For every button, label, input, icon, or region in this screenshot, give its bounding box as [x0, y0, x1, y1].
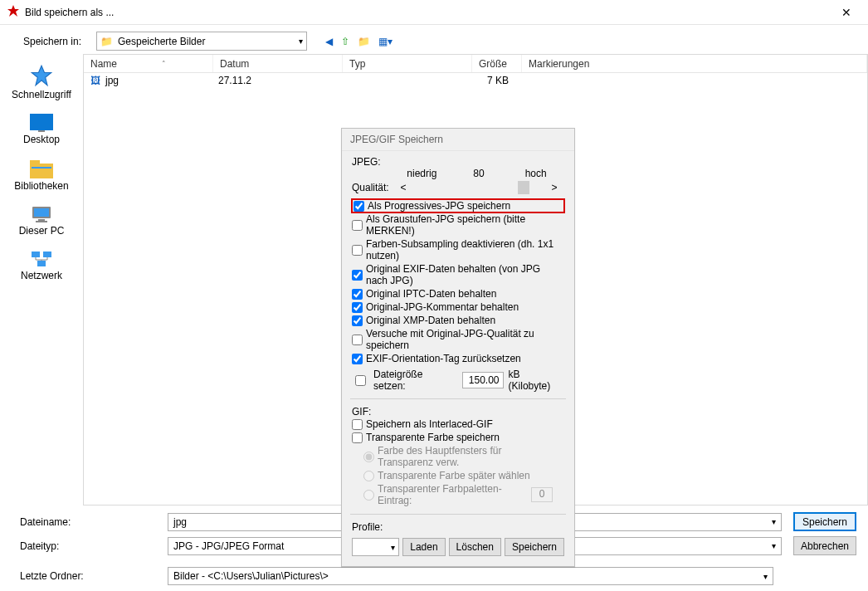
window-title: Bild speichern als ...	[25, 7, 114, 18]
view-menu-icon[interactable]: ▦▾	[378, 36, 393, 47]
svg-rect-3	[30, 160, 40, 165]
opt-grayscale[interactable]: Als Graustufen-JPG speichern (bitte MERK…	[352, 212, 564, 237]
toolbar-icons: ◀ ⇧ 📁 ▦▾	[325, 36, 393, 47]
opt-origquality[interactable]: Versuche mit Original-JPG-Qualität zu sp…	[352, 327, 564, 352]
opt-gif-transparent[interactable]: Transparente Farbe speichern	[352, 431, 564, 444]
filesize-input[interactable]	[462, 372, 504, 388]
quality-increase-icon[interactable]: >	[544, 182, 564, 193]
filesize-label: Dateigröße setzen:	[373, 369, 457, 392]
svg-rect-0	[30, 114, 53, 130]
chevron-down-icon: ▾	[388, 543, 398, 552]
file-size: 7 KB	[487, 75, 537, 86]
radio-label: Transparenter Farbpaletten-Eintrag:	[378, 483, 523, 506]
opt-label: Original IPTC-Daten behalten	[366, 288, 496, 300]
checkbox[interactable]	[352, 245, 363, 256]
svg-rect-2	[30, 164, 53, 178]
svg-rect-11	[37, 261, 46, 266]
up-icon[interactable]: ⇧	[341, 36, 349, 47]
checkbox[interactable]	[352, 270, 363, 281]
opt-label: Transparente Farbe speichern	[366, 432, 500, 443]
column-name[interactable]: Name˄	[84, 55, 213, 72]
place-libraries[interactable]: Bibliotheken	[4, 154, 79, 197]
svg-rect-10	[43, 252, 51, 257]
checkbox[interactable]	[354, 201, 364, 212]
sort-asc-icon: ˄	[162, 60, 166, 68]
place-network[interactable]: Netzwerk	[4, 245, 79, 286]
filetype-label: Dateityp:	[20, 540, 85, 552]
lastfolder-combo[interactable]: Bilder - <C:\Users\Julian\Pictures\> ▾	[168, 567, 773, 585]
profile-load-button[interactable]: Laden	[402, 538, 445, 556]
profile-row: ▾ Laden Löschen Speichern	[352, 538, 564, 556]
opt-label: Farben-Subsampling deaktivieren (dh. 1x1…	[366, 238, 564, 261]
checkbox[interactable]	[352, 419, 363, 430]
desktop-icon	[30, 114, 53, 132]
opt-label: Original XMP-Daten behalten	[366, 315, 495, 326]
profile-combo[interactable]: ▾	[352, 538, 399, 556]
filename-value: jpg	[173, 516, 187, 528]
quality-low: niedrig	[393, 168, 451, 179]
radio-choose-later: Transparente Farbe später wählen	[352, 469, 564, 482]
gif-section-label: GIF:	[352, 406, 564, 418]
opt-comment[interactable]: Original-JPG-Kommentar behalten	[352, 300, 564, 314]
radio	[363, 452, 374, 462]
file-row[interactable]: 🖼 jpg 27.11.2 7 KB	[84, 73, 867, 88]
save-button[interactable]: Speichern	[793, 512, 856, 531]
place-thispc[interactable]: Dieser PC	[4, 200, 79, 242]
filetype-value: JPG - JPG/JPEG Format	[173, 540, 284, 552]
place-quickaccess[interactable]: Schnellzugriff	[4, 59, 79, 105]
popup-title: JPEG/GIF Speichern	[342, 129, 574, 151]
quality-decrease-icon[interactable]: <	[393, 182, 413, 193]
opt-progressive[interactable]: Als Progressives-JPG speichern	[352, 199, 564, 212]
checkbox[interactable]	[352, 220, 363, 231]
opt-xmp[interactable]: Original XMP-Daten behalten	[352, 314, 564, 327]
places-sidebar: Schnellzugriff Desktop Bibliotheken Dies…	[0, 54, 83, 506]
file-list[interactable]: Name˄ Datum Typ Größe Markierungen 🖼 jpg…	[83, 54, 868, 506]
column-size[interactable]: Größe	[472, 55, 522, 72]
jpeg-options: Als Progressives-JPG speichern Als Graus…	[352, 199, 564, 365]
libraries-icon	[30, 159, 53, 178]
back-icon[interactable]: ◀	[325, 36, 333, 47]
jpeg-options-popup: JPEG/GIF Speichern JPEG: niedrig 80 hoch…	[341, 128, 575, 567]
opt-orientation[interactable]: EXIF-Orientation-Tag zurücksetzen	[352, 352, 564, 365]
save-in-combo[interactable]: 📁 Gespeicherte Bilder ▾	[96, 32, 307, 51]
filesize-row: Dateigröße setzen: kB (Kilobyte)	[352, 369, 564, 392]
opt-gif-interlaced[interactable]: Speichern als Interlaced-GIF	[352, 418, 564, 431]
profile-delete-button[interactable]: Löschen	[449, 538, 501, 556]
opt-label: Als Graustufen-JPG speichern (bitte MERK…	[366, 213, 564, 237]
cancel-button[interactable]: Abbrechen	[793, 536, 856, 555]
checkbox[interactable]	[352, 302, 363, 313]
chevron-down-icon: ▾	[772, 517, 776, 526]
save-in-label: Speichern in:	[23, 36, 90, 47]
file-name: jpg	[105, 75, 213, 86]
opt-iptc[interactable]: Original IPTC-Daten behalten	[352, 287, 564, 300]
quality-slider[interactable]	[413, 181, 544, 194]
column-markings[interactable]: Markierungen	[522, 55, 867, 72]
opt-label: Versuche mit Original-JPG-Qualität zu sp…	[366, 328, 564, 351]
filesize-checkbox[interactable]	[355, 375, 366, 386]
column-headers: Name˄ Datum Typ Größe Markierungen	[84, 55, 867, 73]
new-folder-icon[interactable]: 📁	[358, 36, 370, 47]
save-in-toolbar: Speichern in: 📁 Gespeicherte Bilder ▾ ◀ …	[0, 25, 868, 54]
slider-handle[interactable]	[518, 181, 529, 194]
checkbox[interactable]	[352, 289, 363, 300]
checkbox[interactable]	[352, 354, 363, 364]
place-desktop[interactable]: Desktop	[4, 109, 79, 150]
profile-save-button[interactable]: Speichern	[505, 538, 564, 556]
column-date[interactable]: Datum	[213, 55, 343, 72]
radio-label: Farbe des Hauptfensters für Transparenz …	[378, 445, 553, 468]
place-label: Dieser PC	[19, 225, 65, 237]
opt-exif[interactable]: Original EXIF-Daten behalten (von JPG na…	[352, 262, 564, 287]
checkbox[interactable]	[352, 315, 363, 326]
close-icon[interactable]: ✕	[831, 2, 861, 22]
place-label: Desktop	[23, 134, 60, 145]
folder-icon: 📁	[100, 36, 113, 47]
opt-subsampling[interactable]: Farben-Subsampling deaktivieren (dh. 1x1…	[352, 237, 564, 262]
checkbox[interactable]	[352, 432, 363, 443]
lastfolder-value: Bilder - <C:\Users\Julian\Pictures\>	[173, 570, 329, 582]
quality-label: Qualität:	[352, 182, 393, 193]
column-type[interactable]: Typ	[343, 55, 472, 72]
checkbox[interactable]	[352, 335, 363, 345]
filename-label: Dateiname:	[20, 516, 85, 528]
jpeg-section-label: JPEG:	[352, 156, 564, 168]
radio	[363, 471, 374, 481]
